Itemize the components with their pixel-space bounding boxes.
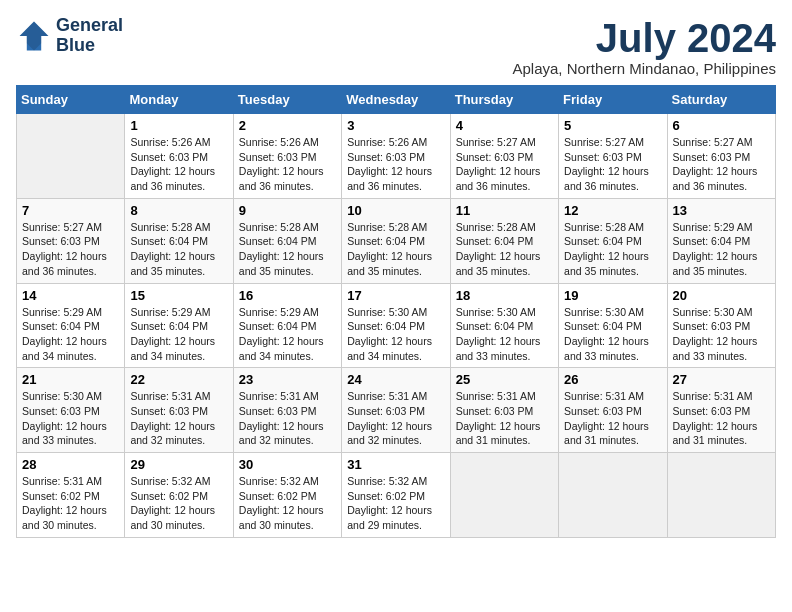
day-number: 1	[130, 118, 227, 133]
page-header: General Blue July 2024 Aplaya, Northern …	[16, 16, 776, 77]
calendar-cell: 28Sunrise: 5:31 AM Sunset: 6:02 PM Dayli…	[17, 453, 125, 538]
day-number: 24	[347, 372, 444, 387]
calendar-cell: 26Sunrise: 5:31 AM Sunset: 6:03 PM Dayli…	[559, 368, 667, 453]
day-number: 28	[22, 457, 119, 472]
day-number: 25	[456, 372, 553, 387]
day-number: 31	[347, 457, 444, 472]
day-info: Sunrise: 5:31 AM Sunset: 6:03 PM Dayligh…	[239, 389, 336, 448]
day-info: Sunrise: 5:28 AM Sunset: 6:04 PM Dayligh…	[239, 220, 336, 279]
days-of-week-row: SundayMondayTuesdayWednesdayThursdayFrid…	[17, 86, 776, 114]
day-number: 12	[564, 203, 661, 218]
calendar-cell: 23Sunrise: 5:31 AM Sunset: 6:03 PM Dayli…	[233, 368, 341, 453]
day-number: 16	[239, 288, 336, 303]
day-number: 23	[239, 372, 336, 387]
logo-text-line2: Blue	[56, 36, 123, 56]
calendar-cell: 16Sunrise: 5:29 AM Sunset: 6:04 PM Dayli…	[233, 283, 341, 368]
day-number: 15	[130, 288, 227, 303]
day-info: Sunrise: 5:31 AM Sunset: 6:03 PM Dayligh…	[347, 389, 444, 448]
day-info: Sunrise: 5:31 AM Sunset: 6:02 PM Dayligh…	[22, 474, 119, 533]
calendar-cell	[17, 114, 125, 199]
calendar-cell: 8Sunrise: 5:28 AM Sunset: 6:04 PM Daylig…	[125, 198, 233, 283]
day-info: Sunrise: 5:26 AM Sunset: 6:03 PM Dayligh…	[347, 135, 444, 194]
day-number: 10	[347, 203, 444, 218]
day-info: Sunrise: 5:26 AM Sunset: 6:03 PM Dayligh…	[130, 135, 227, 194]
day-info: Sunrise: 5:32 AM Sunset: 6:02 PM Dayligh…	[347, 474, 444, 533]
day-number: 14	[22, 288, 119, 303]
day-info: Sunrise: 5:27 AM Sunset: 6:03 PM Dayligh…	[564, 135, 661, 194]
day-number: 13	[673, 203, 770, 218]
calendar-week-3: 14Sunrise: 5:29 AM Sunset: 6:04 PM Dayli…	[17, 283, 776, 368]
calendar-cell: 5Sunrise: 5:27 AM Sunset: 6:03 PM Daylig…	[559, 114, 667, 199]
calendar-table: SundayMondayTuesdayWednesdayThursdayFrid…	[16, 85, 776, 538]
day-info: Sunrise: 5:31 AM Sunset: 6:03 PM Dayligh…	[130, 389, 227, 448]
day-info: Sunrise: 5:30 AM Sunset: 6:04 PM Dayligh…	[564, 305, 661, 364]
day-number: 22	[130, 372, 227, 387]
day-number: 4	[456, 118, 553, 133]
day-number: 21	[22, 372, 119, 387]
calendar-cell: 6Sunrise: 5:27 AM Sunset: 6:03 PM Daylig…	[667, 114, 775, 199]
month-title: July 2024	[513, 16, 777, 60]
day-number: 11	[456, 203, 553, 218]
day-info: Sunrise: 5:26 AM Sunset: 6:03 PM Dayligh…	[239, 135, 336, 194]
calendar-cell: 25Sunrise: 5:31 AM Sunset: 6:03 PM Dayli…	[450, 368, 558, 453]
day-of-week-saturday: Saturday	[667, 86, 775, 114]
day-info: Sunrise: 5:30 AM Sunset: 6:03 PM Dayligh…	[22, 389, 119, 448]
day-info: Sunrise: 5:29 AM Sunset: 6:04 PM Dayligh…	[239, 305, 336, 364]
calendar-cell: 3Sunrise: 5:26 AM Sunset: 6:03 PM Daylig…	[342, 114, 450, 199]
calendar-header: SundayMondayTuesdayWednesdayThursdayFrid…	[17, 86, 776, 114]
day-info: Sunrise: 5:30 AM Sunset: 6:03 PM Dayligh…	[673, 305, 770, 364]
day-number: 3	[347, 118, 444, 133]
day-of-week-sunday: Sunday	[17, 86, 125, 114]
day-number: 6	[673, 118, 770, 133]
calendar-cell: 7Sunrise: 5:27 AM Sunset: 6:03 PM Daylig…	[17, 198, 125, 283]
day-number: 30	[239, 457, 336, 472]
calendar-week-4: 21Sunrise: 5:30 AM Sunset: 6:03 PM Dayli…	[17, 368, 776, 453]
day-info: Sunrise: 5:27 AM Sunset: 6:03 PM Dayligh…	[456, 135, 553, 194]
calendar-cell: 22Sunrise: 5:31 AM Sunset: 6:03 PM Dayli…	[125, 368, 233, 453]
day-number: 17	[347, 288, 444, 303]
day-of-week-wednesday: Wednesday	[342, 86, 450, 114]
day-info: Sunrise: 5:28 AM Sunset: 6:04 PM Dayligh…	[130, 220, 227, 279]
calendar-body: 1Sunrise: 5:26 AM Sunset: 6:03 PM Daylig…	[17, 114, 776, 538]
day-number: 5	[564, 118, 661, 133]
calendar-cell: 12Sunrise: 5:28 AM Sunset: 6:04 PM Dayli…	[559, 198, 667, 283]
calendar-cell: 18Sunrise: 5:30 AM Sunset: 6:04 PM Dayli…	[450, 283, 558, 368]
day-info: Sunrise: 5:30 AM Sunset: 6:04 PM Dayligh…	[456, 305, 553, 364]
logo: General Blue	[16, 16, 123, 56]
svg-marker-1	[20, 21, 49, 50]
day-number: 2	[239, 118, 336, 133]
title-block: July 2024 Aplaya, Northern Mindanao, Phi…	[513, 16, 777, 77]
calendar-cell: 4Sunrise: 5:27 AM Sunset: 6:03 PM Daylig…	[450, 114, 558, 199]
day-info: Sunrise: 5:32 AM Sunset: 6:02 PM Dayligh…	[130, 474, 227, 533]
day-info: Sunrise: 5:27 AM Sunset: 6:03 PM Dayligh…	[22, 220, 119, 279]
day-number: 27	[673, 372, 770, 387]
calendar-cell	[559, 453, 667, 538]
calendar-cell: 24Sunrise: 5:31 AM Sunset: 6:03 PM Dayli…	[342, 368, 450, 453]
day-info: Sunrise: 5:29 AM Sunset: 6:04 PM Dayligh…	[673, 220, 770, 279]
calendar-cell: 13Sunrise: 5:29 AM Sunset: 6:04 PM Dayli…	[667, 198, 775, 283]
day-number: 18	[456, 288, 553, 303]
logo-text-line1: General	[56, 16, 123, 36]
calendar-cell: 1Sunrise: 5:26 AM Sunset: 6:03 PM Daylig…	[125, 114, 233, 199]
day-info: Sunrise: 5:31 AM Sunset: 6:03 PM Dayligh…	[456, 389, 553, 448]
day-number: 29	[130, 457, 227, 472]
day-info: Sunrise: 5:31 AM Sunset: 6:03 PM Dayligh…	[564, 389, 661, 448]
calendar-week-5: 28Sunrise: 5:31 AM Sunset: 6:02 PM Dayli…	[17, 453, 776, 538]
day-info: Sunrise: 5:27 AM Sunset: 6:03 PM Dayligh…	[673, 135, 770, 194]
calendar-cell: 17Sunrise: 5:30 AM Sunset: 6:04 PM Dayli…	[342, 283, 450, 368]
calendar-cell: 29Sunrise: 5:32 AM Sunset: 6:02 PM Dayli…	[125, 453, 233, 538]
day-number: 7	[22, 203, 119, 218]
calendar-cell: 19Sunrise: 5:30 AM Sunset: 6:04 PM Dayli…	[559, 283, 667, 368]
day-info: Sunrise: 5:32 AM Sunset: 6:02 PM Dayligh…	[239, 474, 336, 533]
calendar-cell: 31Sunrise: 5:32 AM Sunset: 6:02 PM Dayli…	[342, 453, 450, 538]
calendar-cell: 27Sunrise: 5:31 AM Sunset: 6:03 PM Dayli…	[667, 368, 775, 453]
location: Aplaya, Northern Mindanao, Philippines	[513, 60, 777, 77]
day-info: Sunrise: 5:30 AM Sunset: 6:04 PM Dayligh…	[347, 305, 444, 364]
day-of-week-tuesday: Tuesday	[233, 86, 341, 114]
day-info: Sunrise: 5:29 AM Sunset: 6:04 PM Dayligh…	[22, 305, 119, 364]
day-number: 19	[564, 288, 661, 303]
calendar-cell: 11Sunrise: 5:28 AM Sunset: 6:04 PM Dayli…	[450, 198, 558, 283]
logo-icon	[16, 18, 52, 54]
calendar-cell: 14Sunrise: 5:29 AM Sunset: 6:04 PM Dayli…	[17, 283, 125, 368]
day-number: 9	[239, 203, 336, 218]
